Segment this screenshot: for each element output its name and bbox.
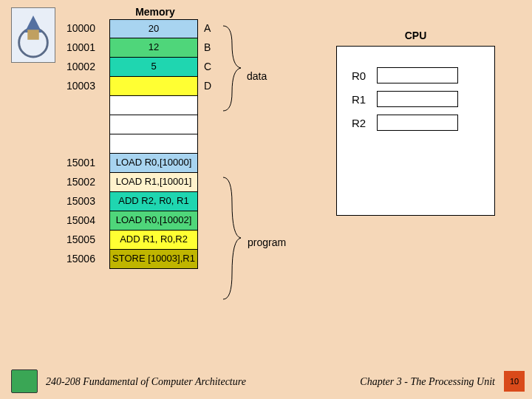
- mem-addr: 15003: [66, 192, 109, 211]
- footer-chapter: Chapter 3 - The Processing Unit: [360, 376, 495, 388]
- mem-addr: 10002: [66, 58, 109, 77]
- mem-label: A: [198, 19, 216, 38]
- register-cell: [377, 91, 458, 107]
- cpu-box: R0 R1 R2: [336, 46, 495, 216]
- mem-addr: [66, 96, 109, 115]
- mem-cell: ADD R2, R0, R1: [109, 192, 198, 211]
- mem-addr: [66, 115, 109, 134]
- mem-cell: ADD R1, R0,R2: [109, 231, 198, 250]
- cpu-diagram: CPU R0 R1 R2: [336, 30, 495, 216]
- mem-addr: 15002: [66, 173, 109, 192]
- mem-cell: [109, 134, 198, 154]
- mem-addr: 15004: [66, 211, 109, 231]
- register-name: R0: [352, 69, 377, 82]
- footer-logo-icon: [11, 369, 38, 393]
- mem-cell: LOAD R1,[10001]: [109, 173, 198, 192]
- mem-cell: [109, 96, 198, 115]
- mem-label: D: [198, 77, 216, 96]
- university-emblem: [11, 7, 55, 63]
- mem-addr: 10003: [66, 77, 109, 96]
- register-name: R1: [352, 93, 377, 106]
- mem-label: [198, 134, 216, 154]
- mem-label: B: [198, 38, 216, 58]
- mem-cell: 12: [109, 38, 198, 58]
- mem-cell: 5: [109, 58, 198, 77]
- data-section-label: data: [247, 70, 267, 82]
- memory-diagram: Memory 1000020A 1000112B 100025C 10003D …: [66, 6, 216, 269]
- mem-label: C: [198, 58, 216, 77]
- svg-rect-3: [27, 30, 38, 40]
- register-cell: [377, 67, 458, 83]
- mem-label: [198, 115, 216, 134]
- page-number-chip-icon: 10: [504, 371, 525, 392]
- mem-cell: LOAD R0,[10002]: [109, 211, 198, 231]
- mem-addr: [66, 134, 109, 154]
- mem-addr: 15006: [66, 250, 109, 269]
- footer-course: 240-208 Fundamental of Computer Architec…: [46, 376, 246, 388]
- brace-data-icon: [222, 22, 244, 115]
- brace-program-icon: [222, 174, 244, 303]
- mem-addr: 10001: [66, 38, 109, 58]
- mem-addr: 15005: [66, 231, 109, 250]
- cpu-title: CPU: [336, 30, 495, 41]
- mem-label: [198, 96, 216, 115]
- program-section-label: program: [248, 236, 286, 248]
- mem-addr: 15001: [66, 154, 109, 173]
- memory-title: Memory: [111, 6, 200, 18]
- mem-cell: [109, 115, 198, 134]
- mem-cell: 20: [109, 19, 198, 38]
- mem-addr: 10000: [66, 19, 109, 38]
- page-number: 10: [510, 377, 519, 386]
- mem-cell: [109, 77, 198, 96]
- mem-cell: LOAD R0,[10000]: [109, 154, 198, 173]
- register-name: R2: [352, 117, 377, 129]
- mem-cell: STORE [10003],R1: [109, 250, 198, 269]
- register-cell: [377, 115, 458, 131]
